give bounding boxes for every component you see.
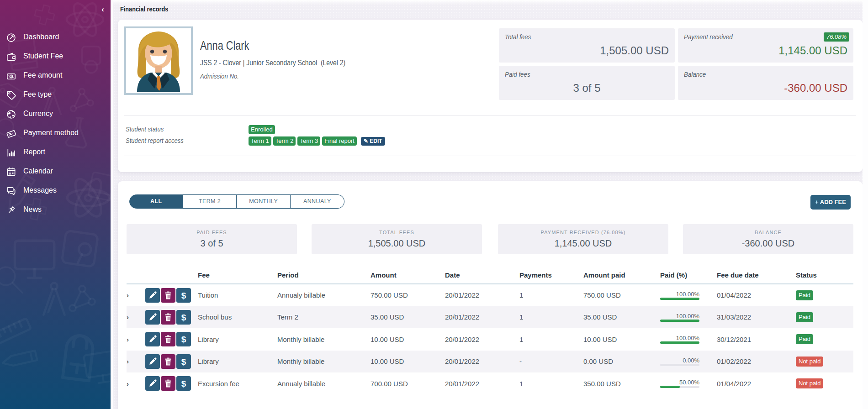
svg-text:$: $ xyxy=(181,379,186,388)
svg-text:$: $ xyxy=(181,357,186,367)
svg-text:$: $ xyxy=(181,313,186,322)
svg-text:$: $ xyxy=(181,291,186,300)
svg-text:$: $ xyxy=(181,335,186,344)
